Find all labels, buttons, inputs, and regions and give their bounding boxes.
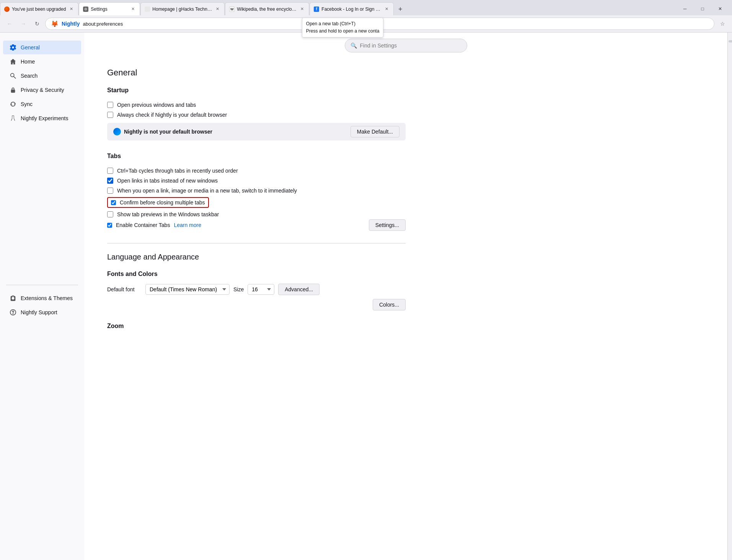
tab-close-wiki[interactable]: ✕ <box>299 6 305 12</box>
confirm-close-wrapper: Confirm before closing multiple tabs <box>107 196 406 209</box>
tab-preview-row[interactable]: Show tab previews in the Windows taskbar <box>107 209 406 219</box>
container-tabs-label: Enable Container Tabs <box>116 222 170 228</box>
open-links-checkbox[interactable] <box>107 178 113 184</box>
restore-tabs-row[interactable]: Open previous windows and tabs <box>107 100 406 110</box>
restore-tabs-checkbox[interactable] <box>107 102 113 108</box>
default-check-row[interactable]: Always check if Nightly is your default … <box>107 110 406 120</box>
sidebar-label-general: General <box>21 44 40 51</box>
sidebar-item-extensions[interactable]: Extensions & Themes <box>3 291 81 305</box>
tab-close-upgrade[interactable]: ✕ <box>68 6 74 12</box>
sidebar: General Home Search Privacy & Security S… <box>0 33 84 560</box>
tab-favicon-wiki: W <box>229 7 235 12</box>
ctrl-tab-label: Ctrl+Tab cycles through tabs in recently… <box>117 168 238 174</box>
extensions-icon <box>9 294 17 302</box>
startup-section: Startup Open previous windows and tabs A… <box>107 87 406 140</box>
sidebar-item-general[interactable]: General <box>3 41 81 54</box>
default-browser-row: Nightly is not your default browser Make… <box>107 123 406 140</box>
window-controls: ─ □ ✕ <box>676 2 732 15</box>
colors-button[interactable]: Colors... <box>373 299 406 310</box>
confirm-close-highlight: Confirm before closing multiple tabs <box>107 197 209 208</box>
tooltip-line2: Press and hold to open a new conta <box>306 28 379 35</box>
sidebar-item-home[interactable]: Home <box>3 55 81 69</box>
tab-title-upgrade: You've just been upgraded <box>12 7 66 12</box>
tab-favicon-settings: ⚙ <box>83 7 88 12</box>
forward-button[interactable]: → <box>18 18 29 29</box>
sidebar-label-experiments: Nightly Experiments <box>21 115 68 121</box>
default-browser-info: Nightly is not your default browser <box>113 128 212 136</box>
ctrl-tab-row[interactable]: Ctrl+Tab cycles through tabs in recently… <box>107 166 406 176</box>
make-default-button[interactable]: Make Default... <box>351 126 399 137</box>
tab-fb[interactable]: f Facebook - Log In or Sign U... ✕ <box>310 2 394 15</box>
tab-preview-checkbox[interactable] <box>107 211 113 217</box>
learn-more-link[interactable]: Learn more <box>174 222 201 228</box>
lock-icon <box>9 86 17 94</box>
gear-icon <box>9 44 17 51</box>
tab-bar: You've just been upgraded ✕ ⚙ Settings ✕… <box>0 0 732 15</box>
tab-settings[interactable]: ⚙ Settings ✕ <box>79 2 140 15</box>
restore-tabs-label: Open previous windows and tabs <box>117 102 196 108</box>
search-icon <box>9 72 17 80</box>
open-links-row[interactable]: Open links in tabs instead of new window… <box>107 176 406 186</box>
tab-favicon-upgrade <box>4 7 10 12</box>
container-settings-button[interactable]: Settings... <box>369 219 406 231</box>
confirm-close-checkbox[interactable] <box>111 200 116 205</box>
size-select[interactable]: 16 <box>248 284 274 295</box>
nightly-browser-icon <box>113 128 121 136</box>
close-button[interactable]: ✕ <box>711 2 729 15</box>
tab-close-settings[interactable]: ✕ <box>130 6 136 12</box>
tab-close-fb[interactable]: ✕ <box>383 6 390 12</box>
tab-ghacks[interactable]: Homepage | gHacks Techno... ✕ <box>140 2 225 15</box>
new-tab-tooltip: Open a new tab (Ctrl+T) Press and hold t… <box>302 18 383 38</box>
sidebar-label-search: Search <box>21 73 37 79</box>
container-tabs-row: Enable Container Tabs Learn more Setting… <box>107 219 406 231</box>
default-browser-msg: Nightly is not your default browser <box>124 129 212 135</box>
maximize-button[interactable]: □ <box>694 2 711 15</box>
sidebar-item-search[interactable]: Search <box>3 69 81 83</box>
default-font-label: Default font <box>107 286 142 292</box>
sidebar-item-support[interactable]: Nightly Support <box>3 305 81 319</box>
scrollbar[interactable] <box>727 33 732 560</box>
new-tab-button[interactable]: + <box>394 3 406 15</box>
switch-tab-checkbox[interactable] <box>107 188 113 194</box>
sidebar-label-sync: Sync <box>21 101 33 107</box>
colors-btn-row: Colors... <box>107 299 406 310</box>
default-check-checkbox[interactable] <box>107 112 113 118</box>
find-input[interactable] <box>360 42 461 49</box>
tab-upgrade[interactable]: You've just been upgraded ✕ <box>0 2 78 15</box>
find-bar: 🔍 <box>345 39 467 52</box>
advanced-button[interactable]: Advanced... <box>278 284 320 295</box>
minimize-button[interactable]: ─ <box>676 2 694 15</box>
sidebar-item-sync[interactable]: Sync <box>3 97 81 111</box>
bookmark-button[interactable]: ☆ <box>717 18 728 29</box>
default-check-label: Always check if Nightly is your default … <box>117 112 227 118</box>
startup-title: Startup <box>107 87 406 94</box>
switch-tab-row[interactable]: When you open a link, image or media in … <box>107 186 406 196</box>
url-path: about:preferences <box>83 21 123 27</box>
tab-title-settings: Settings <box>91 7 127 12</box>
sidebar-label-privacy: Privacy & Security <box>21 87 64 93</box>
back-button[interactable]: ← <box>4 18 15 29</box>
content-area: 🔍 General Startup Open previous windows … <box>84 33 727 560</box>
switch-tab-label: When you open a link, image or media in … <box>117 188 297 194</box>
font-select[interactable]: Default (Times New Roman) <box>145 284 230 295</box>
zoom-section: Zoom <box>107 323 406 330</box>
find-icon: 🔍 <box>351 42 357 49</box>
experiments-icon <box>9 114 17 122</box>
sidebar-item-experiments[interactable]: Nightly Experiments <box>3 111 81 125</box>
refresh-button[interactable]: ↻ <box>31 18 43 29</box>
svg-point-0 <box>11 73 14 77</box>
sidebar-item-privacy[interactable]: Privacy & Security <box>3 83 81 97</box>
container-tabs-checkbox[interactable] <box>107 223 112 228</box>
tab-wiki[interactable]: W Wikipedia, the free encyclop... ✕ <box>225 2 309 15</box>
tab-close-ghacks[interactable]: ✕ <box>214 6 220 12</box>
browser-chrome: You've just been upgraded ✕ ⚙ Settings ✕… <box>0 0 732 33</box>
svg-line-1 <box>14 77 16 78</box>
content-inner: General Startup Open previous windows an… <box>84 56 429 365</box>
url-brand: Nightly <box>62 21 80 27</box>
tab-favicon-ghacks <box>145 7 150 12</box>
tab-title-wiki: Wikipedia, the free encyclop... <box>237 7 297 12</box>
zoom-title: Zoom <box>107 323 406 330</box>
svg-point-4 <box>13 314 13 314</box>
svg-rect-2 <box>11 90 15 93</box>
ctrl-tab-checkbox[interactable] <box>107 168 113 174</box>
